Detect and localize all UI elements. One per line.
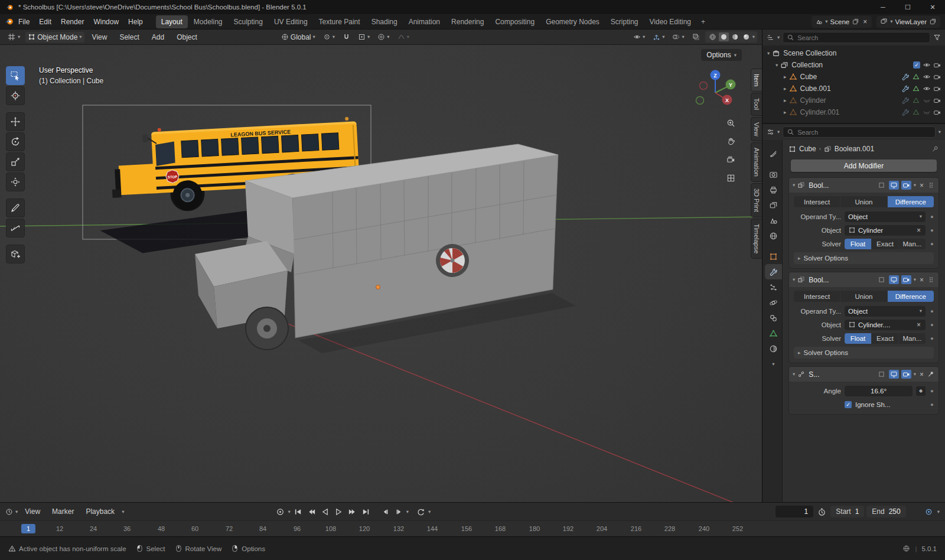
sidebar-tab-tool[interactable]: Tool [751,93,762,115]
blender-menu-logo-icon[interactable] [5,17,14,26]
tool-select-box[interactable] [6,66,25,85]
drag-handle-icon[interactable] [927,181,935,189]
solver-manifold-button[interactable]: Man... [899,333,926,344]
timeline-editor-icon[interactable] [5,508,13,516]
camera-visibility-icon[interactable] [933,108,941,116]
prev-keyframe-button[interactable] [305,506,318,517]
decorator-dot[interactable]: ● [929,214,935,220]
overlays-dropdown[interactable]: ▾ [670,32,686,42]
render-display-toggle[interactable] [901,370,911,379]
viewport-menu-add[interactable]: Add [147,31,169,43]
camera-visibility-icon[interactable] [933,96,941,105]
visibility-dropdown[interactable]: ▾ [631,32,647,42]
add-modifier-button[interactable]: Add Modifier [791,159,937,172]
clear-object-icon[interactable]: × [915,226,922,235]
camera-visibility-icon[interactable] [933,61,941,69]
sidebar-tab-view[interactable]: View [751,117,762,142]
gizmos-dropdown[interactable]: ▾ [650,32,667,42]
3d-viewport-canvas[interactable]: LEAGON BUS SERVICE [0,45,762,502]
realtime-display-toggle[interactable] [889,275,899,284]
expand-icon[interactable]: ▾ [767,51,770,56]
outliner-row-collection[interactable]: ▾ Collection ✓ [762,59,945,71]
operation-intersect-button[interactable]: Intersect [794,291,840,302]
sidebar-tab-3d-print[interactable]: 3D Print [751,183,762,217]
mode-dropdown[interactable]: Object Mode ▾ [25,32,84,43]
outliner-row-cylinder-001[interactable]: ▸ Cylinder.001 [762,106,945,118]
pin-icon[interactable] [927,370,935,378]
outliner-row-cube[interactable]: ▸ Cube [762,71,945,83]
tool-annotate[interactable] [6,198,25,217]
jump-to-start-button[interactable] [292,506,304,517]
tab-output[interactable] [765,182,782,197]
realtime-display-toggle[interactable] [889,181,899,190]
timeline-ruler[interactable]: 1 12 24 36 48 60 72 84 96 108 120 132 14… [0,520,945,536]
edit-mode-toggle[interactable] [876,370,887,379]
proportional-editing-toggle[interactable]: ▾ [375,32,392,42]
eye-closed-icon[interactable] [923,96,931,105]
camera-visibility-icon[interactable] [933,84,941,93]
tool-transform[interactable] [6,172,25,191]
tab-object-data[interactable] [765,325,782,341]
playhead-current-frame[interactable]: 1 [21,524,35,533]
network-status-icon[interactable] [902,545,910,552]
eye-icon[interactable] [923,73,931,81]
collection-checkbox[interactable]: ✓ [913,61,920,69]
close-button[interactable]: ✕ [920,0,945,14]
viewlayer-selector[interactable]: ▾ ViewLayer [876,16,940,28]
workspace-tab-texture-paint[interactable]: Texture Paint [314,15,366,28]
workspace-tab-layout[interactable]: Layout [156,15,188,28]
sidebar-tab-item[interactable]: Item [751,69,762,92]
tab-view-layer[interactable] [765,197,782,213]
frame-forward-button[interactable] [393,506,405,517]
pin-icon[interactable] [931,145,939,153]
sidebar-tab-animation[interactable]: Animation [751,142,762,182]
edit-mode-toggle[interactable] [876,275,887,284]
edit-mode-toggle[interactable] [876,181,887,190]
workspace-tab-scripting[interactable]: Scripting [605,15,644,28]
modifier-close-icon[interactable]: × [918,370,925,379]
timeline-menu-view[interactable]: View [20,506,45,517]
solver-fast-button[interactable]: Float [845,333,871,344]
viewport-menu-object[interactable]: Object [172,31,202,43]
navigation-gizmo[interactable]: Z Y X [692,68,739,115]
object-picker-field[interactable]: Cylinder.... × [845,320,926,330]
modifier-header[interactable]: ▾ Bool... [789,178,939,193]
expand-icon[interactable]: ▸ [784,98,787,103]
operation-intersect-button[interactable]: Intersect [794,196,840,207]
outliner-editor-icon[interactable] [767,34,774,41]
solver-exact-button[interactable]: Exact [872,239,898,249]
tabs-overflow[interactable]: ▾ [765,356,782,372]
solver-options-subpanel[interactable]: ▸ Solver Options [794,347,934,359]
options-button[interactable]: Options ▾ [701,49,742,61]
filter-icon[interactable] [933,34,941,41]
modifier-name[interactable]: Bool... [809,276,829,284]
tab-particles[interactable] [765,279,782,295]
solver-manifold-button[interactable]: Man... [899,239,926,249]
start-frame-field[interactable]: Start 1 [830,506,864,517]
tab-scene[interactable] [765,213,782,228]
modifier-extras-icon[interactable]: ▾ [914,372,916,377]
frame-back-button[interactable] [379,506,392,517]
unlink-scene-icon[interactable]: × [862,18,868,26]
outliner-row-cylinder[interactable]: ▸ Cylinder [762,95,945,106]
end-frame-field[interactable]: End 250 [866,506,905,517]
tab-physics[interactable] [765,295,782,310]
workspace-tab-sculpting[interactable]: Sculpting [229,15,268,28]
zoom-button[interactable] [724,116,738,130]
animate-property-button[interactable]: ◆ [916,386,926,396]
modifier-extras-icon[interactable]: ▾ [914,183,916,188]
loop-playback-button[interactable] [415,506,427,517]
cylinder-wheel-object[interactable] [436,244,469,277]
minimize-button[interactable]: ─ [871,0,895,14]
tab-render[interactable] [765,167,782,182]
modifier-extras-icon[interactable]: ▾ [914,277,916,282]
solver-options-subpanel[interactable]: ▸ Solver Options [794,252,934,264]
modifier-name[interactable]: S... [809,370,819,379]
decorator-dot[interactable]: ● [929,322,935,328]
properties-editor-icon[interactable] [767,128,774,136]
angle-value-slider[interactable]: 16.6° [845,386,913,396]
properties-search-box[interactable] [783,126,935,138]
modifier-header[interactable]: ▾ S... [789,367,939,382]
decorator-dot[interactable]: ● [929,227,935,233]
tab-object[interactable] [765,249,782,264]
